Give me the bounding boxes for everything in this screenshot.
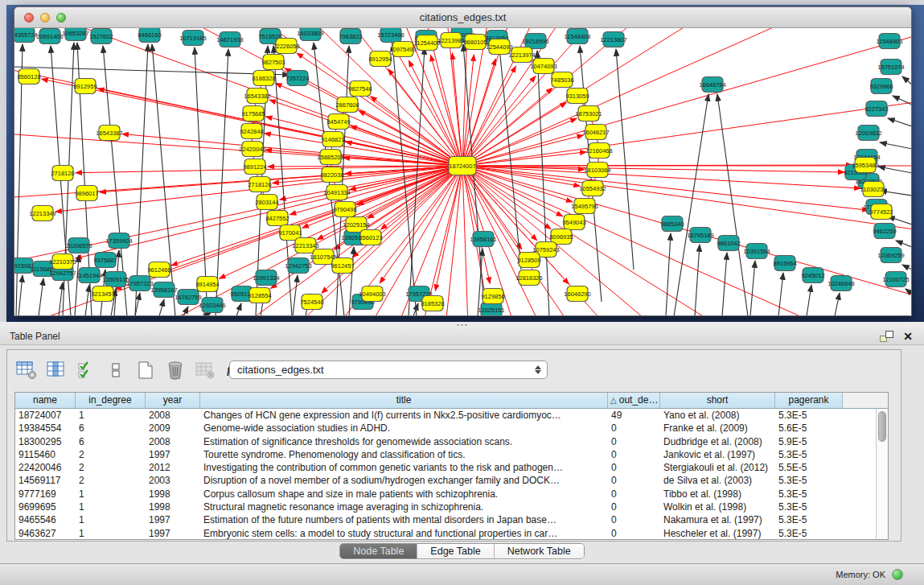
cell-title[interactable]: Changes of HCN gene expression and I(f) … — [200, 409, 608, 422]
table-row[interactable]: 2242004622012Investigating the contribut… — [15, 461, 888, 474]
graph-node[interactable]: 10474093 — [530, 59, 556, 74]
cell-short[interactable]: Wolkin et al. (1998) — [660, 501, 775, 513]
graph-node[interactable]: 9549043 — [562, 215, 585, 230]
graph-nodes[interactable]: 1435572420691406106532871527602646616010… — [14, 28, 910, 316]
cell-short[interactable]: Hescheler et al. (1997) — [660, 527, 775, 540]
table-selector-dropdown[interactable]: citations_edges.txt — [229, 360, 548, 379]
cell-title[interactable]: Tourette syndrome. Phenomenology and cla… — [200, 448, 608, 461]
table-body[interactable]: 1872400712008Changes of HCN gene express… — [15, 409, 888, 540]
cell-short[interactable]: Tibbo et al. (1998) — [660, 488, 775, 501]
graph-node[interactable]: 11451944 — [76, 268, 103, 283]
graph-node[interactable]: 8560128 — [17, 69, 40, 84]
cell-in_degree[interactable]: 1 — [76, 513, 146, 526]
cell-name[interactable]: 9115460 — [15, 448, 76, 461]
graph-node[interactable]: 8912959 — [73, 79, 97, 94]
graph-node[interactable]: 9242848 — [240, 124, 263, 139]
graph-node[interactable]: 16648784 — [699, 77, 725, 93]
cell-year[interactable]: 1998 — [146, 501, 200, 513]
graph-node[interactable]: 9129856 — [481, 289, 504, 304]
cell-in_degree[interactable]: 2 — [76, 448, 146, 461]
graph-node[interactable]: 9612460 — [147, 262, 170, 278]
cell-title[interactable]: Estimation of significance thresholds fo… — [200, 435, 608, 448]
graph-node[interactable]: 9896017 — [75, 186, 98, 201]
graph-node[interactable]: 18724007 — [449, 157, 476, 175]
graph-node[interactable]: 17957223 — [126, 276, 153, 291]
graph-node[interactable]: 9128509 — [517, 253, 540, 268]
column-header-name[interactable]: name — [15, 393, 76, 408]
graph-node[interactable]: 7963822 — [339, 29, 362, 44]
tab-edge-table[interactable]: Edge Table — [417, 544, 494, 558]
graph-node[interactable]: 16033809 — [297, 28, 323, 41]
graph-node[interactable]: 9891224 — [243, 159, 266, 175]
cell-year[interactable]: 1997 — [146, 527, 200, 540]
graph-node[interactable]: 16543387 — [96, 126, 122, 141]
graph-node[interactable]: 1527602 — [89, 29, 113, 44]
graph-node[interactable]: 8915964 — [773, 256, 796, 271]
graph-node[interactable]: 12213807 — [600, 32, 626, 47]
cell-title[interactable]: Genome-wide association studies in ADHD. — [200, 422, 608, 435]
graph-node[interactable]: 18103064 — [584, 163, 610, 178]
graph-node[interactable]: 22420046 — [239, 142, 265, 157]
column-header-in_degree[interactable]: in_degree — [76, 393, 146, 408]
graph-node[interactable]: 9313059 — [565, 89, 589, 104]
cell-in_degree[interactable]: 2 — [76, 461, 146, 474]
graph-node[interactable]: 8454749 — [326, 114, 350, 130]
graph-node[interactable]: 2718126 — [248, 177, 271, 192]
network-window[interactable]: citations_edges.txt 14355724206914061065… — [14, 6, 912, 316]
select-columns-check-icon[interactable] — [76, 360, 97, 380]
cell-short[interactable]: Stergiakouli et al. (2012) — [660, 461, 775, 474]
column-header-pagerank[interactable]: pagerank — [775, 393, 843, 408]
node-attribute-table[interactable]: namein_degreeyeartitle△out_de…shortpager… — [14, 392, 889, 540]
graph-node[interactable]: 8427552 — [265, 211, 289, 226]
graph-node[interactable]: 2867608 — [335, 97, 359, 113]
cell-name[interactable]: 9463627 — [15, 527, 76, 540]
graph-node[interactable]: 8912954 — [368, 51, 392, 67]
graph-node[interactable]: 20206576 — [65, 238, 92, 253]
cell-title[interactable]: Embryonic stem cells: a model to study s… — [200, 527, 608, 540]
graph-node[interactable]: 19218596 — [522, 34, 548, 49]
graph-node[interactable]: 8186328 — [252, 71, 275, 86]
graph-node[interactable]: 2718120 — [51, 166, 74, 181]
column-header-title[interactable]: title — [200, 393, 608, 408]
cell-out_degree[interactable]: 0 — [608, 474, 660, 487]
delete-table-icon[interactable] — [165, 360, 186, 380]
close-panel-icon[interactable]: ✕ — [903, 332, 913, 341]
cell-title[interactable]: Corpus callosum shape and size in male p… — [200, 488, 608, 501]
graph-node[interactable]: 9227343 — [864, 101, 888, 117]
cell-short[interactable]: Dudbridge et al. (2008) — [660, 435, 775, 448]
graph-node[interactable]: 9245012 — [801, 268, 824, 283]
graph-node[interactable]: 16046290 — [564, 286, 590, 302]
graph-node[interactable]: 8185328 — [421, 296, 444, 311]
graph-node[interactable]: 9329966 — [869, 79, 893, 94]
column-header-short[interactable]: short — [660, 393, 775, 408]
new-table-icon[interactable] — [135, 360, 156, 380]
cell-out_degree[interactable]: 0 — [608, 488, 660, 501]
cell-name[interactable]: 9465546 — [15, 513, 76, 526]
cell-out_degree[interactable]: 0 — [608, 435, 660, 448]
graph-node[interactable]: 16543382 — [244, 89, 270, 104]
row-options-icon[interactable] — [105, 360, 126, 380]
graph-node[interactable]: 8822038 — [320, 167, 343, 183]
graph-node[interactable]: 9885340 — [660, 216, 684, 232]
cell-pagerank[interactable]: 5.3E-5 — [775, 448, 843, 461]
graph-node[interactable]: 10369259 — [877, 248, 904, 263]
cell-name[interactable]: 9699695 — [15, 501, 76, 513]
graph-node[interactable]: 15885203 — [317, 150, 343, 165]
graph-node[interactable]: 12160468 — [585, 143, 612, 159]
cell-title[interactable]: Structural magnetic resonance image aver… — [200, 501, 608, 513]
graph-node[interactable]: 8914954 — [195, 277, 219, 292]
graph-node[interactable]: 11254409 — [414, 35, 441, 51]
cell-in_degree[interactable]: 6 — [76, 435, 146, 448]
graph-node[interactable]: 15495796 — [571, 199, 598, 214]
cell-in_degree[interactable]: 6 — [76, 422, 146, 435]
graph-node[interactable]: 13505135 — [102, 272, 129, 287]
cell-in_degree[interactable]: 1 — [76, 527, 146, 540]
cell-in_degree[interactable]: 1 — [76, 488, 146, 501]
table-row[interactable]: 1830029562008Estimation of significance … — [15, 435, 888, 448]
graph-node[interactable]: 9827548 — [348, 81, 372, 97]
cell-pagerank[interactable]: 5.3E-5 — [775, 527, 843, 540]
graph-node[interactable]: 9462259 — [873, 224, 896, 239]
table-scrollbar[interactable] — [876, 409, 888, 539]
cell-pagerank[interactable]: 5.3E-5 — [775, 513, 843, 526]
cell-title[interactable]: Disruption of a novel member of a sodium… — [200, 474, 608, 487]
